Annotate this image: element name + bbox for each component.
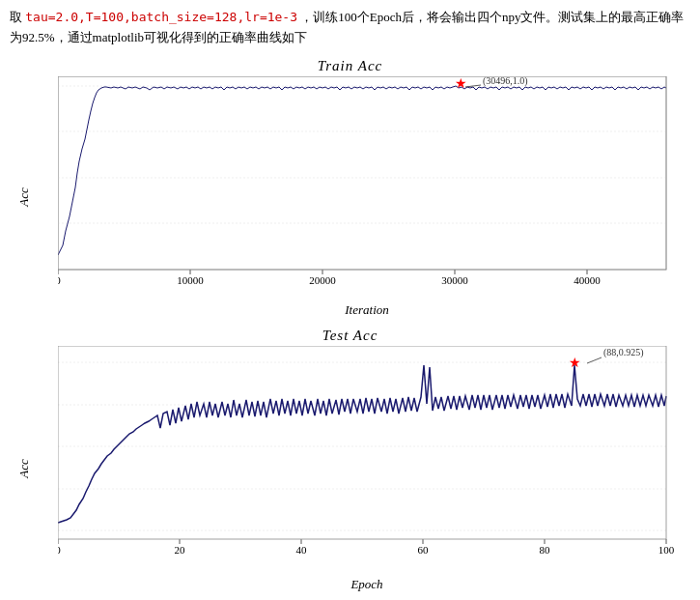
test-acc-y-label: Acc [16,459,32,477]
train-acc-area: Acc 1.00 0.75 0.50 0.25 [58,76,676,318]
x-tick-e60: 60 [418,544,430,556]
x-tick-e40: 40 [296,544,308,556]
charts-container: Train Acc Acc 1.00 0.75 0.50 [10,58,690,592]
intro-params: tau=2.0,T=100,batch_size=128,lr=1e-3 [25,10,297,24]
test-acc-area: Acc 0.925 0.920 0.915 [58,346,676,592]
test-acc-title: Test Acc [10,328,690,344]
x-tick-e20: 20 [175,544,186,556]
intro-text: 取 tau=2.0,T=100,batch_size=128,lr=1e-3 ，… [10,8,690,48]
train-acc-svg: 1.00 0.75 0.50 0.25 0 10000 20000 30000 … [58,76,681,299]
train-acc-y-label: Acc [16,187,32,206]
train-star-marker: ★ [455,76,467,91]
svg-rect-0 [58,76,666,270]
test-acc-x-label: Epoch [58,577,676,592]
x-tick-0: 0 [58,274,61,286]
x-tick-40k: 40000 [574,274,601,286]
train-acc-chart: Train Acc Acc 1.00 0.75 0.50 [10,58,690,318]
x-tick-20k: 20000 [309,274,336,286]
intro-prefix: 取 [10,10,25,24]
train-acc-x-label: Iteration [58,302,676,318]
x-tick-e80: 80 [540,544,551,556]
x-tick-10k: 10000 [177,274,204,286]
test-annotation: (88,0.925) [603,347,644,358]
test-acc-svg: 0.925 0.920 0.915 0.910 0.905 0 20 40 [58,346,681,573]
x-tick-30k: 30000 [441,274,468,286]
test-acc-chart: Test Acc Acc 0.925 0.9 [10,328,690,592]
train-acc-title: Train Acc [10,58,690,74]
x-tick-e100: 100 [658,544,675,556]
train-annotation: (30496,1.0) [483,76,528,87]
test-star-marker: ★ [569,356,581,370]
x-tick-e0: 0 [58,544,61,556]
test-acc-line [58,365,666,523]
